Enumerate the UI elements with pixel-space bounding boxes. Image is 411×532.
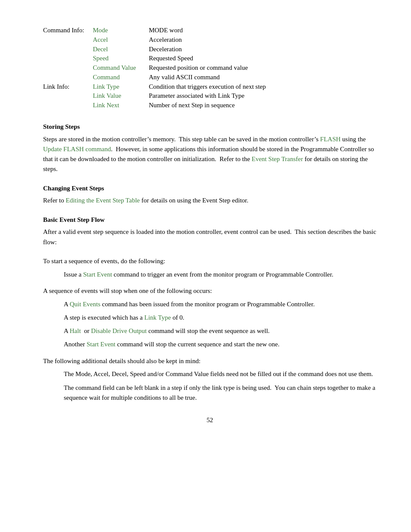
command-value-key: Command Value: [93, 63, 149, 73]
flash-link[interactable]: FLASH: [320, 136, 341, 143]
indented-quit-events: A Quit Events command has been issued fr…: [64, 299, 377, 309]
decel-val: Deceleration: [149, 45, 266, 54]
link-value-key: Link Value: [93, 91, 149, 101]
storing-steps-section: Storing Steps Steps are stored in the mo…: [43, 122, 377, 174]
page-content: Command Info: Mode MODE word Accel Accel…: [43, 26, 377, 425]
start-event-link-1[interactable]: Start Event: [83, 271, 112, 278]
info-row-link-type: Link Info: Link Type Condition that trig…: [43, 82, 266, 92]
editing-event-step-table-link[interactable]: Editing the Event Step Table: [65, 197, 140, 204]
mode-key: Mode: [93, 26, 149, 35]
indented-start-event: Issue a Start Event command to trigger a…: [64, 270, 377, 280]
start-event-link-2[interactable]: Start Event: [87, 341, 115, 348]
info-table: Command Info: Mode MODE word Accel Accel…: [43, 26, 266, 110]
info-row-command-value: Command Value Requested position or comm…: [43, 63, 266, 73]
accel-key: Accel: [93, 35, 149, 45]
info-row-link-value: Link Value Parameter associated with Lin…: [43, 91, 266, 101]
link-next-label-empty: [43, 101, 93, 110]
indented-fields-not-filled: The Mode, Accel, Decel, Speed and/or Com…: [64, 369, 377, 379]
speed-val: Requested Speed: [149, 54, 266, 63]
command-label-empty: [43, 73, 93, 82]
storing-steps-body: Steps are stored in the motion controlle…: [43, 134, 377, 174]
changing-event-steps-heading: Changing Event Steps: [43, 184, 377, 193]
indented-command-field-blank: The command field can be left blank in a…: [64, 383, 377, 403]
link-type-val: Condition that triggers execution of nex…: [149, 82, 266, 92]
link-next-val: Number of next Step in sequence: [149, 101, 266, 110]
accel-val: Acceleration: [149, 35, 266, 45]
info-row-accel: Accel Acceleration: [43, 35, 266, 45]
event-step-transfer-link[interactable]: Event Step Transfer: [252, 156, 303, 162]
mode-val: MODE word: [149, 26, 266, 35]
changing-event-steps-body: Refer to Editing the Event Step Table fo…: [43, 196, 377, 205]
decel-label-empty: [43, 45, 93, 54]
link-next-key: Link Next: [93, 101, 149, 110]
basic-event-step-flow-intro: After a valid event step sequence is loa…: [43, 227, 377, 247]
speed-label-empty: [43, 54, 93, 63]
command-val: Any valid ASCII command: [149, 73, 266, 82]
halt-link[interactable]: Halt: [70, 327, 81, 334]
info-row-decel: Decel Deceleration: [43, 45, 266, 54]
indented-start-event-stop: Another Start Event command will stop th…: [64, 339, 377, 349]
info-row-command: Command Any valid ASCII command: [43, 73, 266, 82]
storing-steps-heading: Storing Steps: [43, 122, 377, 132]
command-value-val: Requested position or command value: [149, 63, 266, 73]
link-value-val: Parameter associated with Link Type: [149, 91, 266, 101]
basic-event-step-flow-section: Basic Event Step Flow After a valid even…: [43, 215, 377, 247]
quit-events-link[interactable]: Quit Events: [70, 301, 100, 308]
basic-event-step-flow-heading: Basic Event Step Flow: [43, 215, 377, 225]
para-sequence-stop: A sequence of events will stop when one …: [43, 286, 377, 296]
link-type-inline-link[interactable]: Link Type: [144, 314, 171, 321]
speed-key: Speed: [93, 54, 149, 63]
link-info-label: Link Info:: [43, 82, 93, 92]
changing-event-steps-section: Changing Event Steps Refer to Editing th…: [43, 184, 377, 206]
decel-key: Decel: [93, 45, 149, 54]
page-number: 52: [43, 416, 377, 425]
disable-drive-output-link[interactable]: Disable Drive Output: [91, 327, 146, 334]
indented-link-type-zero: A step is executed which has a Link Type…: [64, 313, 377, 323]
update-flash-link[interactable]: Update FLASH command: [43, 146, 111, 152]
info-row-mode: Command Info: Mode MODE word: [43, 26, 266, 35]
info-row-speed: Speed Requested Speed: [43, 54, 266, 63]
link-val-label-empty: [43, 91, 93, 101]
para-additional-details: The following additional details should …: [43, 357, 377, 366]
command-key: Command: [93, 73, 149, 82]
info-row-link-next: Link Next Number of next Step in sequenc…: [43, 101, 266, 110]
command-info-label: Command Info:: [43, 26, 93, 35]
indented-halt: A Halt or Disable Drive Output command w…: [64, 326, 377, 336]
para-start-sequence: To start a sequence of events, do the fo…: [43, 257, 377, 266]
link-type-key: Link Type: [93, 82, 149, 92]
cmd-val-label-empty: [43, 63, 93, 73]
accel-label-empty: [43, 35, 93, 45]
